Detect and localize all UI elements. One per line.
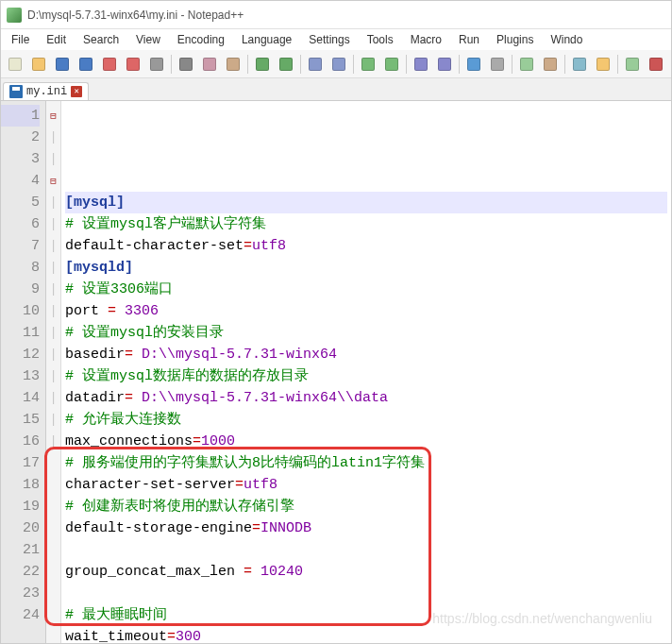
code-line[interactable]: [mysql]: [65, 192, 667, 213]
code-line[interactable]: port = 3306: [65, 300, 667, 322]
tabbar: my.ini ✕: [1, 78, 671, 101]
func-list-icon[interactable]: [569, 54, 590, 75]
toolbar-separator: [564, 55, 565, 74]
fold-marker: │: [46, 127, 60, 148]
menu-run[interactable]: Run: [450, 30, 488, 49]
line-number: 23: [1, 583, 40, 604]
code-line[interactable]: max_connections=1000: [65, 431, 667, 452]
code-line[interactable]: basedir= D:\\mysql-5.7.31-winx64: [65, 344, 667, 365]
window-title: D:\mysql-5.7.31-winx64\my.ini - Notepad+…: [27, 8, 244, 22]
code-line[interactable]: # 设置mysql数据库的数据的存放目录: [65, 365, 667, 387]
save-all-icon[interactable]: [76, 54, 96, 75]
fold-marker: │: [46, 300, 60, 322]
fold-marker: │: [46, 344, 60, 365]
menu-edit[interactable]: Edit: [38, 30, 75, 49]
code-line[interactable]: # 设置3306端口: [65, 279, 667, 300]
fold-marker: [46, 604, 60, 626]
fold-column: ⊟││⊟││││││││││││: [46, 101, 61, 643]
open-icon[interactable]: [28, 54, 49, 75]
code-line[interactable]: # 最大睡眠时间: [65, 604, 667, 626]
line-number: 11: [1, 322, 40, 344]
line-number: 16: [1, 431, 40, 452]
editor[interactable]: 123456789101112131415161718192021222324 …: [1, 101, 671, 643]
menu-language[interactable]: Language: [233, 30, 300, 49]
fold-marker[interactable]: ⊟: [46, 105, 60, 127]
menu-view[interactable]: View: [127, 30, 169, 49]
line-number-gutter: 123456789101112131415161718192021222324: [1, 101, 46, 643]
menubar: FileEditSearchViewEncodingLanguageSettin…: [1, 29, 671, 50]
toolbar-separator: [171, 55, 172, 74]
menu-tools[interactable]: Tools: [359, 30, 402, 49]
menu-encoding[interactable]: Encoding: [169, 30, 233, 49]
code-area[interactable]: https://blog.csdn.net/wenchangwenliu [my…: [61, 101, 671, 643]
paste-icon[interactable]: [223, 54, 244, 75]
wrap-icon[interactable]: [463, 54, 484, 75]
menu-settings[interactable]: Settings: [300, 30, 358, 49]
menu-file[interactable]: File: [3, 30, 38, 49]
fold-marker: [46, 452, 60, 474]
print-icon[interactable]: [146, 54, 167, 75]
fold-marker: │: [46, 322, 60, 344]
close-icon[interactable]: [99, 54, 120, 75]
undo-icon[interactable]: [252, 54, 273, 75]
menu-plugins[interactable]: Plugins: [488, 30, 542, 49]
code-line[interactable]: default-storage-engine=INNODB: [65, 517, 667, 539]
redo-icon[interactable]: [276, 54, 296, 75]
close-tab-icon[interactable]: ✕: [71, 86, 82, 97]
new-file-icon[interactable]: [5, 54, 25, 75]
fold-marker: │: [46, 365, 60, 387]
line-number: 4: [1, 170, 40, 192]
code-line[interactable]: [65, 583, 667, 604]
toolbar: [1, 50, 671, 78]
line-number: 18: [1, 474, 40, 496]
line-number: 13: [1, 365, 40, 387]
code-line[interactable]: [mysqld]: [65, 257, 667, 279]
line-number: 12: [1, 344, 40, 365]
folder-icon[interactable]: [593, 54, 613, 75]
menu-windo[interactable]: Windo: [542, 30, 591, 49]
code-line[interactable]: # 设置mysql的安装目录: [65, 322, 667, 344]
monitor-icon[interactable]: [622, 54, 643, 75]
line-number: 5: [1, 192, 40, 213]
sync-h-icon[interactable]: [434, 54, 455, 75]
line-number: 15: [1, 409, 40, 431]
line-number: 8: [1, 257, 40, 279]
code-line[interactable]: wait_timeout=300: [65, 626, 667, 643]
code-line[interactable]: # 设置mysql客户端默认字符集: [65, 213, 667, 235]
code-line[interactable]: default-character-set=utf8: [65, 235, 667, 257]
fold-marker: │: [46, 192, 60, 213]
line-number: 19: [1, 496, 40, 517]
code-line[interactable]: character-set-server=utf8: [65, 474, 667, 496]
fold-marker: │: [46, 148, 60, 170]
cut-icon[interactable]: [176, 54, 196, 75]
code-line[interactable]: [65, 539, 667, 561]
menu-search[interactable]: Search: [75, 30, 127, 49]
code-line[interactable]: # 创建新表时将使用的默认存储引擎: [65, 496, 667, 517]
close-all-icon[interactable]: [123, 54, 143, 75]
doc-map-icon[interactable]: [540, 54, 561, 75]
find-icon[interactable]: [305, 54, 326, 75]
menu-macro[interactable]: Macro: [402, 30, 450, 49]
toolbar-separator: [247, 55, 248, 74]
save-icon: [9, 85, 23, 98]
code-line[interactable]: group_concat_max_len = 10240: [65, 561, 667, 583]
indent-guide-icon[interactable]: [516, 54, 537, 75]
sync-v-icon[interactable]: [411, 54, 431, 75]
code-line[interactable]: datadir= D:\\mysql-5.7.31-winx64\\data: [65, 387, 667, 409]
code-line[interactable]: # 服务端使用的字符集默认为8比特编码的latin1字符集: [65, 452, 667, 474]
save-icon[interactable]: [52, 54, 73, 75]
fold-marker[interactable]: ⊟: [46, 170, 60, 192]
toolbar-separator: [300, 55, 301, 74]
zoom-out-icon[interactable]: [381, 54, 402, 75]
show-all-icon[interactable]: [487, 54, 508, 75]
replace-icon[interactable]: [328, 54, 349, 75]
toolbar-separator: [406, 55, 407, 74]
zoom-in-icon[interactable]: [358, 54, 378, 75]
code-line[interactable]: # 允许最大连接数: [65, 409, 667, 431]
toolbar-separator: [459, 55, 460, 74]
tab-myini[interactable]: my.ini ✕: [3, 82, 89, 100]
line-number: 17: [1, 452, 40, 474]
record-icon[interactable]: [646, 54, 666, 75]
line-number: 3: [1, 148, 40, 170]
copy-icon[interactable]: [199, 54, 220, 75]
